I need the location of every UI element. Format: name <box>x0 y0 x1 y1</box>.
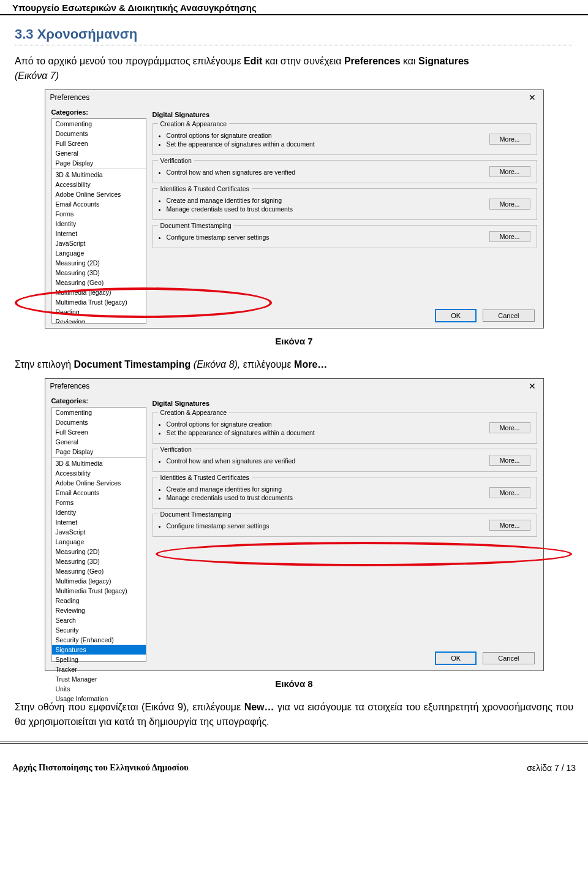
categories-list[interactable]: Commenting Documents Full Screen General… <box>51 118 146 324</box>
cat-email[interactable]: Email Accounts <box>52 488 146 498</box>
p2-sel: επιλέγουμε <box>243 359 294 370</box>
group-timestamping: Document Timestamping Configure timestam… <box>153 225 537 248</box>
cat-measuring-3d[interactable]: Measuring (3D) <box>52 268 146 278</box>
cat-reading[interactable]: Reading <box>52 596 146 606</box>
cat-javascript[interactable]: JavaScript <box>52 238 146 248</box>
group-creation: Creation & Appearance Control options fo… <box>153 412 537 444</box>
cat-measuring-2d[interactable]: Measuring (2D) <box>52 547 146 556</box>
dotted-rule <box>15 45 573 45</box>
group-title-verification: Verification <box>158 446 194 453</box>
cat-page-display[interactable]: Page Display <box>52 158 146 168</box>
cat-documents[interactable]: Documents <box>52 417 146 427</box>
cat-multimedia-legacy[interactable]: Multimedia (legacy) <box>52 576 146 586</box>
cat-internet[interactable]: Internet <box>52 517 146 527</box>
cat-accessibility[interactable]: Accessibility <box>52 468 146 478</box>
cat-multimedia-trust[interactable]: Multimedia Trust (legacy) <box>52 586 146 596</box>
intro-paragraph-1: Από το αρχικό μενού του προγράμματος επι… <box>15 54 573 83</box>
cat-email[interactable]: Email Accounts <box>52 199 146 209</box>
cat-measuring-3d[interactable]: Measuring (3D) <box>52 556 146 566</box>
page-content: 3.3 Χρονοσήμανση Από το αρχικό μενού του… <box>0 15 588 729</box>
panel-heading: Digital Signatures <box>153 111 537 118</box>
bullet: Create and manage identities for signing <box>167 485 532 493</box>
bullet: Configure timestamp server settings <box>167 233 532 241</box>
cancel-button[interactable]: Cancel <box>483 310 534 322</box>
ok-button[interactable]: OK <box>435 310 476 322</box>
cat-internet[interactable]: Internet <box>52 229 146 238</box>
more-button-timestamping[interactable]: More... <box>489 231 530 242</box>
footer-rule-bottom <box>0 743 588 744</box>
cat-full-screen[interactable]: Full Screen <box>52 427 146 437</box>
cat-general[interactable]: General <box>52 148 146 158</box>
cancel-button[interactable]: Cancel <box>483 652 534 664</box>
cat-accessibility[interactable]: Accessibility <box>52 180 146 189</box>
cat-3d[interactable]: 3D & Multimedia <box>52 458 146 468</box>
dialog-title: Preferences <box>50 93 90 102</box>
cat-security-enhanced[interactable]: Security (Enhanced) <box>52 635 146 645</box>
cat-commenting[interactable]: Commenting <box>52 408 146 417</box>
intro-paragraph-2: Στην επιλογή Document Timestamping (Εικό… <box>15 357 573 372</box>
cat-adobe-online[interactable]: Adobe Online Services <box>52 478 146 488</box>
p1-figref: (Εικόνα 7) <box>15 70 59 81</box>
cat-forms[interactable]: Forms <box>52 209 146 219</box>
group-title-identities: Identities & Trusted Certificates <box>158 185 252 192</box>
cat-language[interactable]: Language <box>52 537 146 547</box>
bullet: Configure timestamp server settings <box>167 522 532 530</box>
group-title-timestamping: Document Timestamping <box>158 222 234 229</box>
cat-forms[interactable]: Forms <box>52 498 146 507</box>
cat-identity[interactable]: Identity <box>52 219 146 229</box>
bullet: Set the appearance of signatures within … <box>167 428 532 437</box>
cat-units[interactable]: Units <box>52 684 146 694</box>
cat-measuring-geo[interactable]: Measuring (Geo) <box>52 278 146 287</box>
preferences-dialog-fig7: Preferences ✕ Categories: Commenting Doc… <box>45 89 544 329</box>
cat-identity[interactable]: Identity <box>52 507 146 517</box>
group-title-verification: Verification <box>158 157 194 164</box>
close-icon[interactable]: ✕ <box>526 93 538 102</box>
bullet: Control how and when signatures are veri… <box>167 457 532 465</box>
p1-pre: Από το αρχικό μενού του προγράμματος επι… <box>15 56 244 66</box>
group-title-timestamping: Document Timestamping <box>158 511 234 518</box>
bullet: Control how and when signatures are veri… <box>167 168 532 177</box>
cat-commenting[interactable]: Commenting <box>52 119 146 129</box>
cat-measuring-geo[interactable]: Measuring (Geo) <box>52 566 146 576</box>
more-button-identities[interactable]: More... <box>489 199 530 210</box>
cat-security[interactable]: Security <box>52 625 146 635</box>
group-creation: Creation & Appearance Control options fo… <box>153 123 537 155</box>
cat-general[interactable]: General <box>52 437 146 447</box>
categories-list[interactable]: Commenting Documents Full Screen General… <box>51 407 146 662</box>
cat-search[interactable]: Search <box>52 615 146 625</box>
p2-more: More… <box>294 359 327 370</box>
p2-mid: (Εικόνα 8), <box>190 359 243 370</box>
cat-adobe-online[interactable]: Adobe Online Services <box>52 189 146 199</box>
dialog-titlebar: Preferences ✕ <box>45 90 543 105</box>
cat-page-display[interactable]: Page Display <box>52 447 146 457</box>
group-title-identities: Identities & Trusted Certificates <box>158 474 252 481</box>
cat-trust-manager[interactable]: Trust Manager <box>52 674 146 684</box>
bullet: Create and manage identities for signing <box>167 196 532 205</box>
close-icon[interactable]: ✕ <box>526 381 538 391</box>
more-button-creation[interactable]: More... <box>489 422 530 433</box>
ok-button[interactable]: OK <box>435 652 476 664</box>
cat-3d[interactable]: 3D & Multimedia <box>52 170 146 180</box>
cat-multimedia-legacy[interactable]: Multimedia (legacy) <box>52 287 146 297</box>
cat-language[interactable]: Language <box>52 248 146 258</box>
bullet: Set the appearance of signatures within … <box>167 140 532 148</box>
cat-javascript[interactable]: JavaScript <box>52 527 146 537</box>
group-title-creation: Creation & Appearance <box>158 409 230 416</box>
cat-documents[interactable]: Documents <box>52 129 146 139</box>
dialog-titlebar: Preferences ✕ <box>45 379 543 393</box>
cat-measuring-2d[interactable]: Measuring (2D) <box>52 258 146 268</box>
cat-full-screen[interactable]: Full Screen <box>52 139 146 148</box>
more-button-verification[interactable]: More... <box>489 455 530 466</box>
group-verification: Verification Control how and when signat… <box>153 449 537 472</box>
cat-reviewing[interactable]: Reviewing <box>52 606 146 615</box>
more-button-identities[interactable]: More... <box>489 487 530 498</box>
p2-pre: Στην επιλογή <box>15 359 74 370</box>
page-footer: Αρχής Πιστοποίησης του Ελληνικού Δημοσίο… <box>0 761 588 773</box>
group-verification: Verification Control how and when signat… <box>153 160 537 183</box>
cat-usage-info[interactable]: Usage Information <box>52 694 146 704</box>
more-button-timestamping[interactable]: More... <box>489 520 530 531</box>
more-button-verification[interactable]: More... <box>489 166 530 177</box>
more-button-creation[interactable]: More... <box>489 134 530 145</box>
p3-new: New… <box>244 702 274 712</box>
panel-heading: Digital Signatures <box>153 400 537 407</box>
